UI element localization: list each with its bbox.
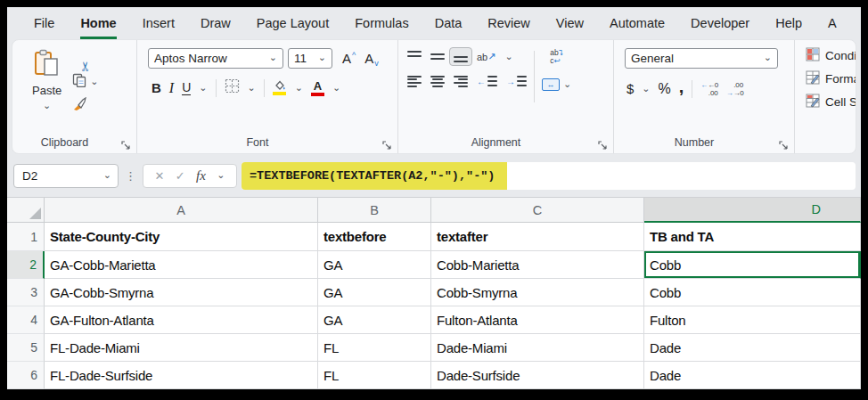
- middle-align-button[interactable]: [430, 51, 445, 62]
- bold-button[interactable]: B: [151, 80, 161, 95]
- cell-a1[interactable]: State-County-City: [45, 223, 318, 251]
- font-color-chevron-icon[interactable]: [332, 80, 340, 96]
- row-header-2-selected[interactable]: 2: [7, 251, 45, 279]
- font-size-select[interactable]: 11: [288, 48, 332, 69]
- copy-icon[interactable]: [72, 73, 86, 91]
- formula-bar-drag-handle[interactable]: ⋮: [123, 169, 138, 183]
- top-align-button[interactable]: [407, 51, 422, 62]
- paste-button[interactable]: Paste: [32, 49, 61, 115]
- clipboard-dialog-launcher-icon[interactable]: [121, 138, 131, 148]
- italic-button[interactable]: I: [169, 80, 174, 96]
- orientation-button[interactable]: ab↗: [477, 51, 495, 62]
- cell-a5[interactable]: FL-Dade-Miami: [45, 334, 318, 362]
- format-painter-icon[interactable]: [72, 97, 98, 115]
- row-header-6[interactable]: 6: [7, 362, 45, 389]
- percent-style-button[interactable]: %: [659, 81, 671, 97]
- insert-function-chevron-icon[interactable]: [217, 167, 225, 184]
- tab-review[interactable]: Review: [487, 7, 530, 39]
- borders-dropdown-chevron-icon[interactable]: [248, 80, 256, 96]
- orientation-chevron-icon[interactable]: [504, 49, 512, 65]
- cell-b5[interactable]: FL: [318, 334, 431, 362]
- insert-function-icon[interactable]: fx: [196, 168, 206, 184]
- row-header-1[interactable]: 1: [7, 223, 45, 251]
- decrease-decimal-button[interactable]: .00→→0: [726, 81, 743, 97]
- column-header-c[interactable]: C: [431, 198, 644, 223]
- copy-dropdown-chevron-icon[interactable]: [90, 74, 98, 90]
- tab-formulas[interactable]: Formulas: [355, 7, 408, 39]
- cell-d6[interactable]: Dade: [644, 362, 861, 389]
- increase-font-size-button[interactable]: A^: [342, 51, 355, 66]
- row-header-5[interactable]: 5: [7, 334, 45, 362]
- row-header-4[interactable]: 4: [7, 306, 45, 334]
- number-format-select[interactable]: General: [625, 48, 778, 69]
- tab-developer[interactable]: Developer: [691, 7, 749, 39]
- accounting-chevron-icon[interactable]: [642, 81, 650, 97]
- decrease-indent-button[interactable]: ←: [477, 76, 497, 87]
- accounting-format-button[interactable]: $: [626, 81, 634, 96]
- alignment-dialog-launcher-icon[interactable]: [598, 138, 608, 148]
- format-as-table-button[interactable]: Format: [806, 70, 856, 88]
- cell-a6[interactable]: FL-Dade-Surfside: [45, 362, 318, 389]
- tab-file[interactable]: File: [34, 7, 54, 39]
- cell-b6[interactable]: FL: [318, 362, 431, 389]
- comma-style-button[interactable]: ,: [679, 81, 684, 92]
- fill-color-button[interactable]: [273, 80, 287, 95]
- cell-c6[interactable]: Dade-Surfside: [431, 362, 644, 389]
- cell-c1[interactable]: textafter: [431, 223, 644, 251]
- font-name-select[interactable]: Aptos Narrow: [148, 48, 283, 69]
- number-dialog-launcher-icon[interactable]: [779, 138, 789, 148]
- decrease-font-size-button[interactable]: Av: [364, 51, 378, 66]
- cell-d2-selected[interactable]: Cobb: [644, 251, 861, 279]
- cell-d3[interactable]: Cobb: [644, 279, 861, 306]
- paste-dropdown-chevron-icon[interactable]: [43, 98, 51, 114]
- increase-indent-button[interactable]: →: [506, 76, 527, 87]
- name-box[interactable]: D2: [13, 164, 119, 188]
- formula-input[interactable]: =TEXTBEFORE(TEXTAFTER(A2,"-"),"-"): [242, 162, 856, 190]
- underline-dropdown-chevron-icon[interactable]: [199, 80, 207, 96]
- center-button[interactable]: [430, 76, 445, 87]
- underline-button[interactable]: U: [182, 81, 191, 95]
- wrap-text-button[interactable]: ab⮧ c↩: [550, 49, 562, 66]
- column-header-d-selected[interactable]: D: [644, 198, 861, 223]
- tab-insert[interactable]: Insert: [143, 7, 175, 39]
- cell-c3[interactable]: Cobb-Smyrna: [431, 279, 644, 306]
- align-left-button[interactable]: [407, 76, 422, 87]
- tab-acrobat-truncated[interactable]: A: [828, 7, 837, 39]
- font-color-button[interactable]: A: [311, 80, 324, 96]
- name-box-chevron-icon[interactable]: [103, 169, 111, 183]
- tab-page-layout[interactable]: Page Layout: [257, 7, 329, 39]
- increase-decimal-button[interactable]: ←←0.00: [700, 81, 717, 97]
- cell-c4[interactable]: Fulton-Atlanta: [431, 306, 644, 334]
- tab-data[interactable]: Data: [435, 7, 463, 39]
- cell-b2[interactable]: GA: [318, 251, 431, 279]
- cell-d4[interactable]: Fulton: [644, 306, 861, 334]
- tab-draw[interactable]: Draw: [201, 7, 231, 39]
- cell-d5[interactable]: Dade: [644, 334, 861, 362]
- cell-d1[interactable]: TB and TA: [644, 223, 861, 251]
- conditional-formatting-button[interactable]: Condit: [806, 47, 856, 65]
- bottom-align-button-selected[interactable]: [449, 47, 472, 66]
- column-header-b[interactable]: B: [318, 198, 431, 223]
- font-dialog-launcher-icon[interactable]: [382, 138, 392, 148]
- cell-styles-button[interactable]: Cell St: [806, 94, 856, 111]
- cell-a2[interactable]: GA-Cobb-Marietta: [45, 251, 318, 279]
- cell-b1[interactable]: textbefore: [318, 223, 431, 251]
- cell-a4[interactable]: GA-Fulton-Atlanta: [45, 306, 318, 334]
- row-header-3[interactable]: 3: [7, 279, 45, 306]
- cell-a3[interactable]: GA-Cobb-Smyrna: [45, 279, 318, 306]
- borders-icon[interactable]: [225, 78, 240, 97]
- cell-b4[interactable]: GA: [318, 306, 431, 334]
- tab-view[interactable]: View: [556, 7, 584, 39]
- align-right-button[interactable]: [454, 76, 468, 87]
- tab-home[interactable]: Home: [80, 7, 116, 39]
- cell-c5[interactable]: Dade-Miami: [431, 334, 644, 362]
- column-header-a[interactable]: A: [45, 198, 318, 223]
- tab-help[interactable]: Help: [775, 7, 802, 39]
- cell-c2[interactable]: Cobb-Marietta: [431, 251, 644, 279]
- cancel-icon[interactable]: [154, 167, 164, 184]
- select-all-button[interactable]: [7, 198, 45, 223]
- tab-automate[interactable]: Automate: [610, 7, 665, 39]
- fill-color-chevron-icon[interactable]: [295, 80, 303, 96]
- merge-center-chevron-icon[interactable]: [563, 77, 571, 93]
- merge-center-button[interactable]: ↔: [542, 78, 560, 91]
